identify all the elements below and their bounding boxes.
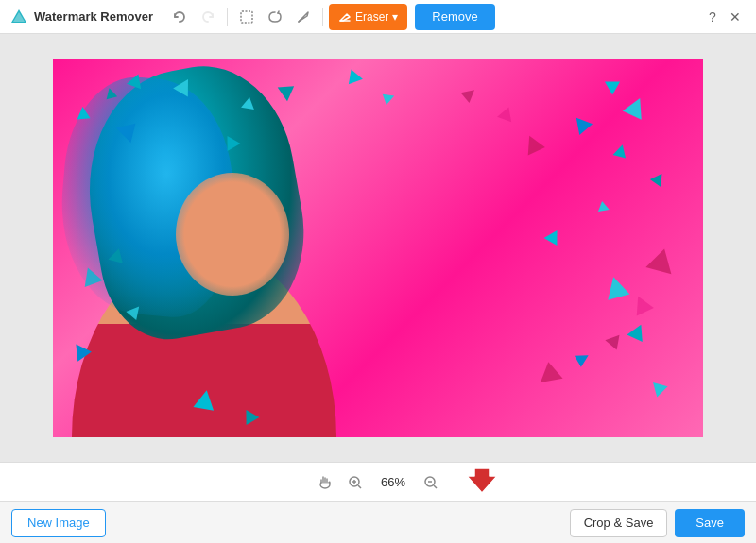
toolbar-divider-1 [227, 8, 228, 26]
main-image[interactable] [53, 59, 703, 437]
eraser-button[interactable]: Eraser ▾ [329, 4, 407, 30]
redo-button[interactable] [195, 4, 221, 30]
toolbar-divider-2 [322, 8, 323, 26]
titlebar: Watermark Remover [0, 0, 756, 34]
zoom-bar: 66% [0, 462, 756, 501]
pen-tool-button[interactable] [290, 4, 317, 30]
eraser-label: Eraser [355, 10, 388, 24]
help-button[interactable]: ? [701, 6, 724, 28]
selection-tool-button[interactable] [233, 4, 260, 30]
svg-marker-10 [467, 468, 497, 493]
svg-line-9 [434, 485, 437, 488]
eraser-dropdown-arrow: ▾ [392, 10, 398, 24]
zoom-controls: 66% [314, 471, 442, 494]
app-logo-icon [9, 8, 28, 26]
lasso-tool-button[interactable] [262, 4, 288, 30]
tools-group [233, 4, 317, 30]
footer: New Image Crop & Save Save [0, 501, 756, 543]
new-image-button[interactable]: New Image [11, 509, 106, 537]
svg-line-6 [358, 485, 361, 488]
remove-button[interactable]: Remove [415, 4, 494, 30]
zoom-out-button[interactable] [420, 471, 442, 494]
undo-redo-group [166, 4, 221, 30]
footer-right-actions: Crop & Save Save [570, 509, 745, 537]
zoom-level-display: 66% [374, 475, 412, 489]
download-arrow-indicator [463, 467, 501, 499]
hand-tool-button[interactable] [314, 471, 336, 494]
save-button[interactable]: Save [675, 509, 745, 537]
canvas-area [0, 34, 756, 462]
app-title: Watermark Remover [34, 9, 153, 24]
close-button[interactable]: ✕ [724, 6, 747, 28]
svg-rect-2 [241, 11, 252, 23]
zoom-in-button[interactable] [344, 471, 367, 494]
undo-button[interactable] [166, 4, 193, 30]
crop-save-button[interactable]: Crop & Save [570, 509, 668, 537]
